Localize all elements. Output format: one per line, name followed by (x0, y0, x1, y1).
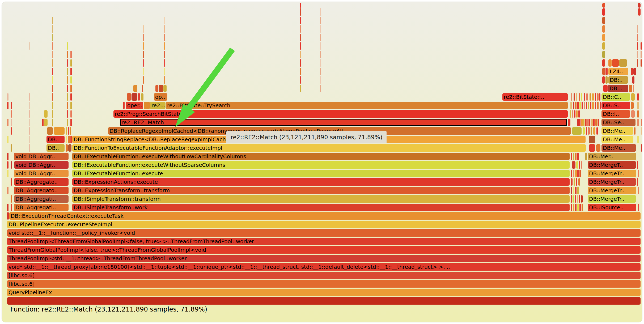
flame-frame[interactable]: re2:.. (150, 102, 166, 109)
flame-frame[interactable]: DB::Me.. (601, 144, 636, 152)
flame-frame[interactable]: DB.. (46, 144, 65, 152)
flame-frame[interactable] (143, 59, 144, 67)
flame-frame[interactable] (572, 161, 575, 169)
flame-frame[interactable] (573, 153, 574, 160)
flame-frame[interactable] (70, 51, 72, 58)
flame-frame[interactable] (633, 85, 634, 92)
flame-frame[interactable] (573, 187, 574, 194)
flame-frame[interactable] (637, 42, 638, 50)
flame-frame[interactable] (590, 102, 591, 109)
flame-frame[interactable] (638, 187, 639, 194)
flame-frame[interactable] (7, 297, 641, 305)
flame-frame[interactable] (70, 59, 72, 67)
flame-frame[interactable]: DB::S.. (601, 102, 630, 109)
flame-frame[interactable] (597, 102, 599, 109)
flame-frame[interactable] (52, 68, 53, 75)
flame-frame[interactable] (629, 85, 632, 92)
flame-frame[interactable] (571, 93, 572, 101)
flame-frame[interactable] (52, 76, 53, 84)
flame-frame[interactable] (7, 102, 9, 109)
flame-frame[interactable] (164, 51, 165, 58)
flame-frame[interactable] (7, 119, 9, 126)
flame-frame[interactable] (300, 25, 301, 33)
flame-frame[interactable] (595, 102, 596, 109)
flame-frame[interactable] (11, 195, 12, 203)
flame-frame[interactable] (632, 76, 634, 84)
flame-frame[interactable] (574, 110, 575, 118)
flame-frame[interactable] (70, 136, 72, 143)
flame-frame[interactable] (631, 110, 635, 118)
flame-frame[interactable] (300, 42, 301, 50)
flame-frame[interactable]: void DB::Aggr.. (14, 170, 69, 177)
flame-frame[interactable]: DB::ISimpleTransform::work (72, 204, 570, 211)
flame-frame[interactable] (7, 204, 9, 211)
flame-frame[interactable] (138, 93, 140, 101)
flame-frame[interactable] (579, 93, 580, 101)
flame-frame[interactable] (320, 8, 321, 16)
flame-frame[interactable] (164, 42, 165, 50)
flame-frame[interactable] (7, 93, 9, 101)
flame-frame[interactable] (633, 68, 636, 75)
flame-frame[interactable] (163, 85, 167, 92)
flame-frame[interactable] (7, 161, 9, 169)
flame-frame[interactable] (579, 102, 581, 109)
flame-frame[interactable] (66, 127, 67, 135)
flame-frame[interactable] (602, 42, 605, 50)
flame-frame[interactable] (300, 68, 301, 75)
flame-frame[interactable] (570, 102, 572, 109)
flame-frame[interactable] (52, 51, 53, 58)
flame-frame[interactable] (581, 119, 583, 126)
flame-frame[interactable] (637, 110, 639, 118)
flame-frame[interactable] (7, 136, 9, 143)
flame-frame[interactable] (54, 127, 65, 135)
flame-frame[interactable] (68, 144, 71, 152)
flame-frame[interactable] (11, 204, 12, 211)
flame-frame[interactable] (572, 127, 582, 135)
flame-frame[interactable] (641, 42, 642, 50)
flame-frame[interactable] (570, 110, 571, 118)
flame-frame[interactable] (590, 93, 591, 101)
flame-frame[interactable]: [libc.so.6] (7, 280, 641, 288)
flame-frame[interactable] (637, 34, 638, 41)
flame-frame[interactable] (579, 161, 580, 169)
flame-frame[interactable] (588, 119, 590, 126)
flame-frame[interactable]: DB::IExecutableFunction::executeWithoutL… (72, 153, 570, 160)
flame-frame[interactable] (637, 102, 639, 109)
flame-frame[interactable] (70, 93, 72, 101)
flame-frame[interactable] (602, 25, 605, 33)
flame-frame[interactable] (52, 102, 53, 109)
flame-frame[interactable] (637, 161, 638, 169)
flame-frame[interactable] (577, 204, 579, 211)
flame-frame[interactable]: ThreadFromGlobalPoolImpl<false, true>::T… (7, 246, 641, 254)
flame-frame[interactable] (634, 127, 635, 135)
flame-frame[interactable] (578, 178, 580, 186)
flame-frame[interactable] (70, 119, 72, 126)
flame-frame[interactable] (641, 144, 642, 152)
flame-frame[interactable]: DB::ExecutionThreadContext::executeTask (9, 212, 641, 220)
flame-frame[interactable] (597, 93, 599, 101)
flame-frame[interactable] (638, 170, 639, 177)
flame-frame[interactable] (164, 59, 165, 67)
flame-frame[interactable] (572, 110, 573, 118)
flame-frame[interactable]: DB::I.. (601, 110, 630, 118)
flame-frame[interactable] (300, 34, 301, 41)
flame-frame[interactable] (582, 102, 583, 109)
flame-frame[interactable] (300, 76, 301, 84)
flame-frame[interactable] (44, 119, 48, 126)
flame-frame[interactable] (52, 93, 53, 101)
flame-frame[interactable] (70, 102, 72, 109)
flame-frame[interactable] (42, 119, 44, 126)
flame-frame[interactable]: DB.. (46, 136, 65, 143)
flame-frame[interactable] (143, 34, 144, 41)
flame-frame[interactable] (320, 76, 321, 84)
flame-frame[interactable]: void DB::Aggr.. (14, 161, 69, 169)
flame-frame-highlighted[interactable]: re2::RE2::Match (120, 119, 567, 126)
flame-frame[interactable] (164, 68, 165, 75)
flame-frame[interactable] (637, 178, 638, 186)
flame-frame[interactable] (7, 170, 9, 177)
flame-frame[interactable] (29, 144, 30, 152)
flame-frame[interactable]: DB::ISimpleTransform::transform (72, 195, 570, 203)
flame-frame[interactable] (593, 119, 595, 126)
flame-frame[interactable] (595, 93, 596, 101)
flame-frame[interactable] (11, 110, 12, 118)
